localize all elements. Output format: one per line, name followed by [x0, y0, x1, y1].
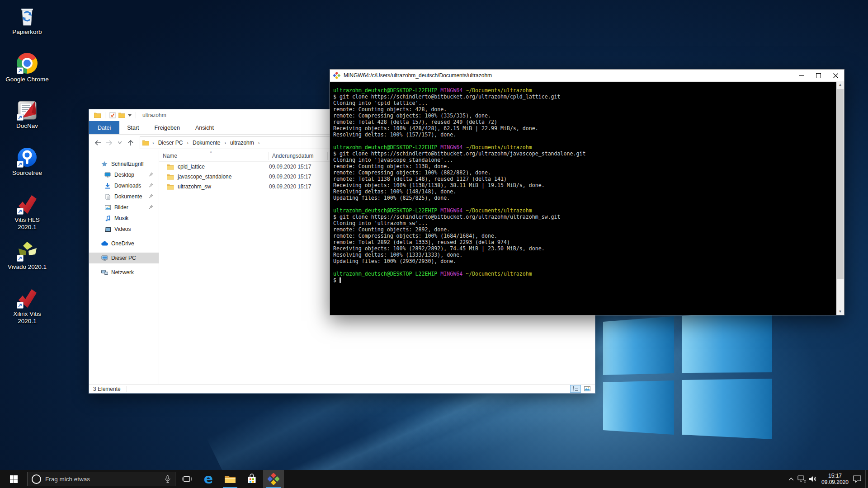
sidebar-item-onedrive[interactable]: OneDrive	[89, 238, 159, 249]
edge-icon: e	[204, 472, 213, 486]
sidebar-item-desktop[interactable]: Desktop	[89, 169, 159, 180]
sidebar-item-dokumente[interactable]: Dokumente	[89, 191, 159, 202]
maximize-button[interactable]	[810, 70, 827, 81]
desktop-icon-vivado[interactable]: Vivado 2020.1	[5, 240, 49, 271]
onedrive-cloud-icon	[101, 241, 108, 246]
details-view-button[interactable]	[570, 385, 581, 393]
forward-button[interactable]	[104, 137, 114, 148]
desktop-icon-label: Sourcetree	[5, 169, 49, 177]
sidebar-item-netzwerk[interactable]: Netzwerk	[89, 267, 159, 278]
terminal-line: remote: Counting objects: 428, done.	[333, 106, 836, 113]
desktop-icon-label: Google Chrome	[5, 76, 49, 83]
tab-freigeben[interactable]: Freigeben	[147, 121, 188, 134]
breadcrumb-chevron-icon: ›	[224, 140, 226, 145]
sidebar-item-dieser-pc[interactable]: Dieser PC	[89, 253, 159, 263]
desktop-icon-papierkorb[interactable]: Papierkorb	[5, 5, 49, 36]
start-button[interactable]	[0, 470, 27, 488]
scroll-up-icon[interactable]: ▲	[836, 81, 844, 88]
terminal-line: $	[333, 277, 836, 283]
docnav-icon	[16, 99, 38, 121]
desktop-icon-chrome[interactable]: Google Chrome	[5, 52, 49, 83]
column-header-name[interactable]: Name ˄	[159, 152, 269, 160]
action-center-button[interactable]	[852, 470, 863, 488]
sidebar-item-videos[interactable]: Videos	[89, 224, 159, 235]
search-input[interactable]	[41, 475, 165, 483]
terminal-line: ultrazohm_deutsch@DESKTOP-L22EHIP MINGW6…	[333, 144, 836, 150]
terminal-line: remote: Counting objects: 1138, done.	[333, 163, 836, 169]
terminal-line: Cloning into 'ultrazohm_sw'...	[333, 220, 836, 226]
microphone-icon[interactable]	[165, 475, 170, 483]
folder-icon	[142, 140, 149, 145]
tab-datei[interactable]: Datei	[89, 121, 119, 134]
status-bar: 3 Elemente	[89, 384, 595, 393]
sidebar-label: Bilder	[114, 204, 128, 211]
sidebar-label: Videos	[114, 226, 131, 232]
taskbar-edge-button[interactable]: e	[198, 470, 219, 488]
qat-properties-icon[interactable]	[109, 112, 116, 118]
tray-network-icon[interactable]	[797, 470, 807, 488]
qat-new-folder-icon[interactable]	[118, 113, 125, 118]
vivado-icon	[16, 240, 38, 262]
mintty-terminal-window: MINGW64:/c/Users/ultrazohm_deutsch/Docum…	[330, 69, 844, 315]
shortcut-arrow-icon	[17, 255, 24, 262]
tray-volume-icon[interactable]	[807, 470, 818, 488]
taskbar-git-bash-button[interactable]	[263, 470, 284, 488]
pictures-icon	[104, 205, 111, 210]
desktop-icon-label: Xilinx Vitis 2020.1	[5, 310, 49, 325]
file-explorer-icon	[224, 474, 236, 484]
sidebar-label: Desktop	[114, 172, 134, 178]
large-icons-view-button[interactable]	[582, 385, 593, 393]
file-name: cpld_lattice	[178, 164, 269, 170]
terminal-scrollbar[interactable]: ▲ ▼	[836, 81, 844, 315]
minimize-button[interactable]	[793, 70, 810, 81]
tray-clock[interactable]: 15:17 09.09.2020	[821, 473, 849, 485]
breadcrumb-ultrazohm[interactable]: ultrazohm	[229, 139, 255, 147]
sidebar-label: Musik	[114, 215, 128, 221]
shortcut-arrow-icon	[17, 302, 24, 309]
explorer-app-icon	[94, 113, 101, 118]
sidebar-item-schnellzugriff[interactable]: Schnellzugriff	[89, 159, 159, 169]
up-button[interactable]	[125, 137, 136, 148]
taskbar-store-button[interactable]	[241, 470, 262, 488]
shortcut-arrow-icon	[17, 208, 24, 215]
shortcut-arrow-icon	[17, 67, 24, 74]
back-button[interactable]	[93, 137, 104, 148]
tab-start[interactable]: Start	[119, 121, 146, 134]
folder-icon	[167, 164, 174, 170]
terminal-line: Receiving objects: 100% (2892/2892), 74.…	[333, 245, 836, 252]
terminal-line: Resolving deltas: 100% (148/148), done.	[333, 188, 836, 195]
file-name: javascope_standalone	[178, 174, 269, 180]
tab-ansicht[interactable]: Ansicht	[188, 121, 222, 134]
breadcrumb-dieser-pc[interactable]: Dieser PC	[157, 139, 184, 147]
breadcrumb-dokumente[interactable]: Dokumente	[192, 139, 221, 147]
terminal-titlebar[interactable]: MINGW64:/c/Users/ultrazohm_deutsch/Docum…	[330, 70, 844, 82]
show-desktop-button[interactable]	[865, 470, 868, 488]
recent-locations-chevron-icon[interactable]	[114, 137, 125, 148]
tray-chevron-button[interactable]	[786, 470, 797, 488]
taskbar-file-explorer-button[interactable]	[220, 470, 241, 488]
desktop-icon-sourcetree[interactable]: Sourcetree	[5, 146, 49, 177]
scrollbar-thumb[interactable]	[837, 89, 844, 279]
desktop-icon-xilinx-vitis[interactable]: Xilinx Vitis 2020.1	[5, 287, 49, 325]
sidebar-item-bilder[interactable]: Bilder	[89, 202, 159, 213]
terminal-line: remote: Counting objects: 2892, done.	[333, 226, 836, 233]
taskbar-search[interactable]	[27, 472, 175, 486]
terminal-line	[333, 264, 836, 271]
scroll-down-icon[interactable]: ▼	[836, 308, 844, 315]
terminal-window-title: MINGW64:/c/Users/ultrazohm_deutsch/Docum…	[344, 72, 793, 79]
terminal-line: remote: Total 428 (delta 157), reused 24…	[333, 119, 836, 125]
close-button[interactable]	[827, 70, 844, 81]
sidebar-item-musik[interactable]: Musik	[89, 213, 159, 224]
sidebar-item-downloads[interactable]: Downloads	[89, 180, 159, 191]
column-header-date[interactable]: Änderungsdatum	[269, 152, 328, 160]
desktop-icon-docnav[interactable]: DocNav	[5, 99, 49, 130]
qat-customize-chevron-icon[interactable]	[128, 114, 132, 117]
file-date: 09.09.2020 15:17	[269, 164, 328, 170]
task-view-button[interactable]	[176, 470, 197, 488]
terminal-line: remote: Total 1138 (delta 148), reused 1…	[333, 176, 836, 182]
terminal-body[interactable]: ultrazohm_deutsch@DESKTOP-L22EHIP MINGW6…	[330, 81, 836, 315]
clock-time: 15:17	[821, 473, 849, 479]
cortana-icon	[32, 474, 41, 484]
desktop-folder-icon	[104, 172, 111, 178]
desktop-icon-vitis-hls[interactable]: Vitis HLS 2020.1	[5, 193, 49, 231]
